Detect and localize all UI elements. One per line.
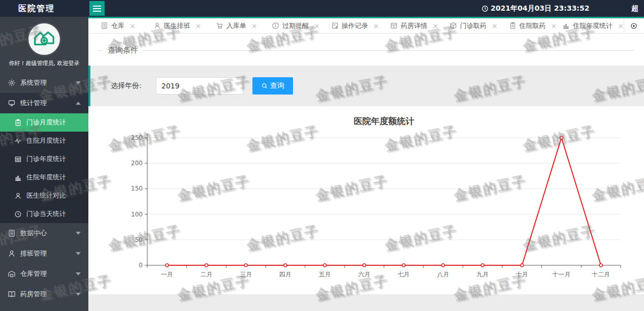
sidebar-item-system-mgmt[interactable]: 系统管理 [0,73,88,93]
user-icon [8,250,16,258]
svg-text:0: 0 [139,262,143,269]
sidebar-item-label: 药房管理 [20,290,47,299]
svg-text:100: 100 [131,211,143,218]
close-icon[interactable] [314,22,320,30]
svg-text:二月: 二月 [201,271,213,278]
info-icon [272,22,279,29]
sidebar-item-label: 住院月度统计 [26,136,66,145]
monitor-icon [8,99,16,107]
cart-icon [216,22,223,29]
tab-label: 住院取药 [520,21,546,30]
sidebar-item-outpatient-monthly[interactable]: 门诊月度统计 [0,113,88,132]
svg-text:50: 50 [135,236,143,243]
clock-icon [481,5,489,12]
tab-label: 门诊取药 [460,21,487,30]
close-icon[interactable] [130,22,136,30]
svg-text:200: 200 [131,160,143,167]
close-icon[interactable] [251,22,257,30]
gear-icon [8,79,16,87]
datetime-text: 2021年04月03日 23:33:52 [491,4,589,13]
sidebar-item-label: 排班管理 [20,249,47,258]
tab-label: 过期提醒 [282,21,309,30]
user-menu[interactable]: 超 [631,0,638,17]
tab-label: 住院年度统计 [573,21,613,30]
sidebar-item-label: 数据中心 [20,229,47,238]
tab-inpatient-annual-stats[interactable]: 住院年度统计 [562,18,624,33]
sidebar-item-label: 门诊当天统计 [26,209,66,219]
svg-text:八月: 八月 [437,271,449,278]
close-icon[interactable] [432,22,438,30]
tab-outpatient-dispense[interactable]: 门诊取药 [444,18,503,33]
close-icon[interactable] [618,22,624,30]
close-icon[interactable] [551,22,557,30]
greeting-text: 你好！超级管理员, 欢迎登录 [0,59,88,67]
document-icon [8,229,16,237]
chevron-down-icon [76,81,81,84]
sidebar-item-label: 统计管理 [20,99,47,108]
svg-text:七月: 七月 [398,271,410,278]
book-icon [8,290,16,298]
svg-text:十一月: 十一月 [553,271,571,278]
close-icon[interactable] [492,22,498,30]
sidebar-item-label: 门诊月度统计 [26,118,66,127]
tab-label: 仓库 [111,21,124,30]
search-icon [261,82,268,89]
table-icon [14,156,22,163]
query-section-header: 查询条件 [98,46,634,55]
tab-inbound-order[interactable]: 入库单 [207,18,266,33]
chevron-down-icon [76,293,81,296]
user-icon [14,192,22,200]
sidebar-item-label: 门诊年度统计 [26,154,66,164]
year-input[interactable] [156,77,243,95]
package-icon [449,22,457,29]
sidebar-item-warehouse-mgmt[interactable]: 仓库管理 [0,264,88,284]
sidebar-item-schedule-mgmt[interactable]: 排班管理 [0,243,88,264]
chevron-down-icon [76,232,81,235]
sidebar-item-pharmacy-mgmt[interactable]: 药房管理 [0,284,88,304]
chevron-down-icon [76,252,81,255]
sidebar-item-inpatient-monthly[interactable]: 住院月度统计 [0,132,88,150]
avatar[interactable] [28,23,60,55]
memo-icon [331,22,339,29]
tab-warehouse[interactable]: 仓库 [88,18,148,33]
main-content: 查询条件 选择年份: 查询 医院年度额统计 050100150200250一月二… [88,34,644,311]
pulse-icon [14,137,22,145]
tab-label: 医生排班 [164,21,190,30]
tab-label: 入库单 [227,21,246,30]
user-icon [153,22,161,29]
chevron-up-icon [76,102,81,105]
footer-strip [88,294,644,311]
sidebar-item-inpatient-annual[interactable]: 住院年度统计 [0,168,88,186]
sidebar-item-outpatient-annual[interactable]: 门诊年度统计 [0,150,88,168]
sidebar-item-label: 系统管理 [20,78,47,87]
search-button-label: 查询 [270,81,284,90]
bar-chart-icon [14,174,22,181]
tab-expiry-reminder[interactable]: 过期提醒 [266,18,326,33]
section-title: 查询条件 [103,46,143,55]
sidebar-item-label: 住院年度统计 [26,173,66,182]
close-icon[interactable] [196,22,202,30]
tab-pharmacy-detail[interactable]: 药房详情 [384,18,444,33]
close-icon[interactable] [373,22,379,30]
svg-text:一月: 一月 [161,271,173,278]
menu-toggle-button[interactable] [89,1,105,16]
datetime-display: 2021年04月03日 23:33:52 [481,0,589,17]
sidebar-item-data-center[interactable]: 数据中心 [0,223,88,243]
tab-label: 药房详情 [401,21,427,30]
layout-icon [390,22,398,29]
tab-options-button[interactable] [624,18,644,33]
sidebar-item-doctor-compare[interactable]: 医生统计对比 [0,186,88,205]
sidebar-item-label: 仓库管理 [20,269,47,278]
tab-inpatient-dispense[interactable]: 住院取药 [503,18,563,33]
app-title: 医院管理 [18,0,55,17]
svg-text:150: 150 [131,185,143,192]
sidebar-item-outpatient-today[interactable]: 门诊当天统计 [0,205,88,223]
divider [143,50,634,51]
tab-doctor-schedule[interactable]: 医生排班 [148,18,207,33]
annual-line-chart: 050100150200250一月二月三月四月五月六月七月八月九月十月十一月十二… [88,106,644,294]
tab-operation-log[interactable]: 操作记录 [326,18,385,33]
sidebar-item-stats-mgmt[interactable]: 统计管理 [0,93,88,113]
svg-text:三月: 三月 [240,271,252,278]
search-button[interactable]: 查询 [252,77,293,95]
clipboard-icon [14,119,22,127]
